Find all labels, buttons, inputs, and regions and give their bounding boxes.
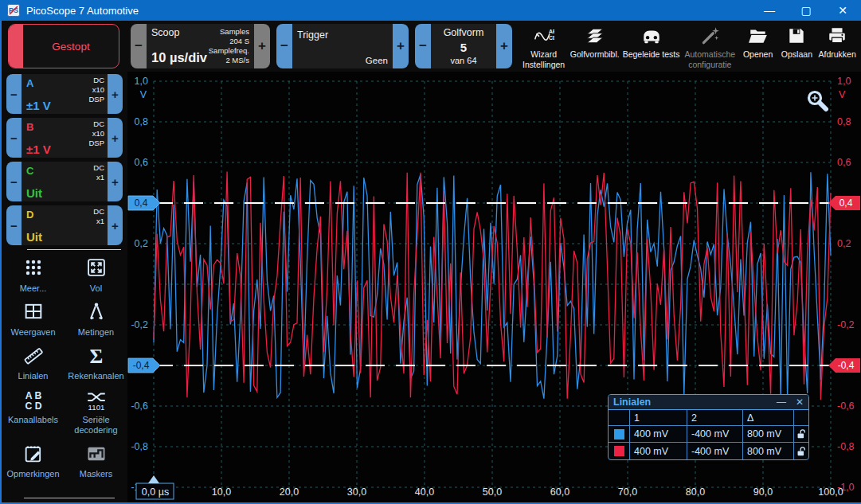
fullscreen-icon xyxy=(85,256,108,281)
print-button[interactable]: Afdrukken xyxy=(816,23,858,71)
y-axis-label-left: 0,2 xyxy=(135,238,148,249)
maximize-button[interactable]: ▢ xyxy=(788,0,824,21)
channel-c-panel: − C DCx1 Uit + xyxy=(6,162,123,201)
channel-d-body[interactable]: D DCx1 Uit xyxy=(22,205,108,245)
channel-a-body[interactable]: A DCx10DSP ±1 V xyxy=(22,74,108,114)
sidebar-item-label: Opmerkingen xyxy=(6,469,59,479)
rulers-column-1: 1 xyxy=(629,410,687,425)
channel-d-panel: − D DCx1 Uit + xyxy=(6,205,123,245)
sidebar-footer-divider xyxy=(24,498,115,498)
sidebar-item-label: Kanaallabels xyxy=(8,415,58,425)
sidebar-item-math-channels[interactable]: Σ Rekenkanalen xyxy=(65,345,127,381)
waveform-body[interactable]: Golfvorm 5 van 64 xyxy=(431,24,496,68)
y-axis-label-left: -0,2 xyxy=(131,319,148,330)
y-axis-label-left: 1,0 xyxy=(135,76,148,87)
sidebar-item-notes[interactable]: Opmerkingen xyxy=(2,443,65,479)
waveform-count: van 64 xyxy=(436,56,491,65)
toolbar-button-label: Wizard Instellingen xyxy=(519,49,568,69)
save-button[interactable]: Opslaan xyxy=(777,23,817,71)
lock-icon[interactable] xyxy=(793,443,808,459)
close-button[interactable]: ✕ xyxy=(824,0,861,21)
channel-a-decrease-button[interactable]: − xyxy=(6,74,22,114)
ruler-value: 400 mV xyxy=(629,426,687,442)
sidebar-item-label: Rekenkanalen xyxy=(68,371,123,381)
app-window: PS PicoScope 7 Automotive — ▢ ✕ Gestopt … xyxy=(0,0,861,504)
sidebar-item-measurements[interactable]: Metingen xyxy=(65,300,127,337)
y-axis-label-right: -0,8 xyxy=(837,441,855,452)
channel-d-decrease-button[interactable]: − xyxy=(6,205,22,245)
ruler-handle-right-label: 0,4 xyxy=(839,197,853,209)
channel-b-decrease-button[interactable]: − xyxy=(6,118,22,158)
sidebar-item-more[interactable]: Meer... xyxy=(2,256,65,293)
sidebar-item-label: Linialen xyxy=(18,371,49,381)
channel-a-panel: − A DCx10DSP ±1 V + xyxy=(6,74,123,114)
channel-c-increase-button[interactable]: + xyxy=(108,162,123,201)
timebase-value: 10 µs/div xyxy=(151,50,207,65)
auto-config-button[interactable]: Automatische configuratie xyxy=(681,23,739,71)
sidebar-item-views[interactable]: Weergaven xyxy=(2,300,65,337)
scoop-panel: − Scoop 10 µs/div Samples 204 S Samplefr… xyxy=(131,24,270,68)
x-axis-label: 20,0 xyxy=(280,486,299,498)
channel-c-body[interactable]: C DCx1 Uit xyxy=(22,162,108,201)
trigger-increase-button[interactable]: + xyxy=(393,24,409,68)
scoop-title: Scoop xyxy=(151,27,207,38)
x-axis-label: 60,0 xyxy=(550,486,569,498)
waveform-library-icon xyxy=(585,25,605,48)
lock-icon[interactable] xyxy=(793,426,808,442)
waveform-index: 5 xyxy=(436,41,491,54)
toolbar-button-label: Begeleide tests xyxy=(623,49,680,59)
toolbar-button-label: Golfvormbibl. xyxy=(570,49,620,59)
y-axis-unit-right: V xyxy=(839,89,846,100)
rulers-panel-titlebar[interactable]: Linialen — ✕ xyxy=(609,395,808,410)
trigger-body[interactable]: Trigger Geen xyxy=(292,24,393,68)
scope-display: 1,01,0VV0,80,80,60,60,20,2-0,2-0,2-0,6-0… xyxy=(127,72,861,504)
channel-b-body[interactable]: B DCx10DSP ±1 V xyxy=(22,118,108,158)
sample-info: Samples 204 S Samplefreq. 2 MS/s xyxy=(209,27,249,65)
rulers-panel-minimize-button[interactable]: — xyxy=(777,397,786,407)
channel-b-range: ±1 V xyxy=(26,143,51,156)
ruler-value: -400 mV xyxy=(687,443,742,459)
open-button[interactable]: Openen xyxy=(739,23,777,71)
scoop-increase-button[interactable]: + xyxy=(254,24,270,68)
sidebar-item-label: Meer... xyxy=(20,283,47,294)
trigger-marker[interactable] xyxy=(148,475,159,483)
rulers-panel[interactable]: Linialen — ✕ 1 2 Δ 400 mV-400 mV800 mV40… xyxy=(608,394,809,460)
channel-c-decrease-button[interactable]: − xyxy=(6,162,22,201)
ruler-value: 400 mV xyxy=(629,443,687,459)
trigger-decrease-button[interactable]: − xyxy=(276,24,292,68)
guided-tests-icon xyxy=(641,25,662,48)
scoop-body[interactable]: Scoop 10 µs/div Samples 204 S Samplefreq… xyxy=(147,24,254,68)
rulers-panel-close-button[interactable]: ✕ xyxy=(796,397,804,407)
channel-labels-icon: A BC D xyxy=(22,389,45,413)
wizard-settings-button[interactable]: ABCD Wizard Instellingen xyxy=(519,23,568,71)
minimize-button[interactable]: — xyxy=(751,0,788,21)
more-grid-icon xyxy=(22,256,45,281)
zoom-overview-icon[interactable] xyxy=(809,92,827,110)
channel-b-increase-button[interactable]: + xyxy=(108,118,123,158)
guided-tests-button[interactable]: Begeleide tests xyxy=(621,23,681,71)
svg-text:C D: C D xyxy=(25,400,41,411)
trigger-mode: Geen xyxy=(366,56,388,65)
sidebar-item-masks[interactable]: Maskers xyxy=(65,443,127,479)
toolbar-button-label: Openen xyxy=(743,49,773,59)
channel-b-panel: − B DCx10DSP ±1 V + xyxy=(6,118,123,158)
masks-icon xyxy=(85,443,108,467)
waveform-previous-button[interactable]: − xyxy=(415,24,431,68)
channel-a-increase-button[interactable]: + xyxy=(108,74,123,114)
sidebar-item-channel-labels[interactable]: A BC D Kanaallabels xyxy=(2,389,65,436)
x-axis-label: 100,0 xyxy=(818,486,843,498)
stop-button[interactable]: Gestopt xyxy=(8,24,119,68)
scoop-decrease-button[interactable]: − xyxy=(131,24,147,68)
waveform-library-button[interactable]: Golfvormbibl. xyxy=(568,23,621,71)
x-axis-label: 10,0 xyxy=(212,486,231,498)
y-axis-label-right: -0,6 xyxy=(837,400,855,412)
channel-c-label: C xyxy=(26,165,33,177)
sidebar-item-rulers[interactable]: Linialen xyxy=(2,345,65,381)
x-axis-label: 90,0 xyxy=(753,486,773,498)
channel-d-label: D xyxy=(26,209,33,221)
channel-d-increase-button[interactable]: + xyxy=(108,205,123,245)
waveform-next-button[interactable]: + xyxy=(496,24,512,68)
toolbar-buttons: ABCD Wizard Instellingen Golfvormbibl. B… xyxy=(519,23,858,71)
sidebar-item-fullscreen[interactable]: Vol xyxy=(65,256,127,293)
sidebar-item-serial-decoding[interactable]: 1101 Seriële decodering xyxy=(65,389,127,436)
